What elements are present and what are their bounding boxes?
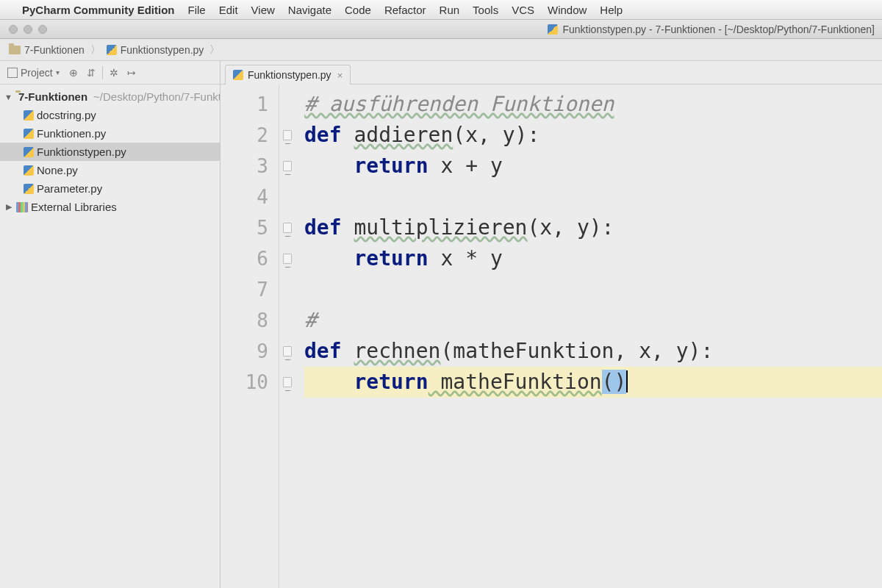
python-file-icon [24, 147, 34, 157]
fold-toggle-icon[interactable] [283, 346, 292, 356]
line-number: 5 [220, 212, 268, 243]
tree-file-label: Parameter.py [37, 182, 102, 195]
python-file-icon [233, 70, 243, 80]
menu-file[interactable]: File [188, 4, 206, 16]
settings-gear-icon[interactable]: ✲ [107, 66, 121, 79]
tree-file[interactable]: docstring.py [0, 106, 220, 124]
collapse-all-icon[interactable]: ⇵ [85, 66, 98, 79]
code-line-current[interactable]: return matheFunktion() [304, 367, 882, 398]
code-line[interactable]: def rechnen(matheFunktion, x, y): [304, 336, 882, 367]
editor-tab[interactable]: Funktionstypen.py × [225, 65, 351, 85]
chevron-right-icon: 〉 [209, 43, 220, 57]
caret-right-icon[interactable]: ▶ [4, 202, 13, 212]
code-line[interactable]: def multiplizieren(x, y): [304, 212, 882, 243]
menu-edit[interactable]: Edit [219, 4, 238, 16]
breadcrumb: 7-Funktionen 〉 Funktionstypen.py 〉 [0, 39, 882, 61]
macos-menubar: PyCharm Community Edition File Edit View… [0, 0, 882, 20]
sidebar-toolbar: Project ▾ ⊕ ⇵ ✲ ↦ [0, 61, 220, 85]
breadcrumb-file-label: Funktionstypen.py [121, 44, 204, 56]
line-number: 6 [220, 243, 268, 274]
caret-down-icon[interactable]: ▼ [4, 93, 12, 101]
line-number: 1 [220, 89, 268, 120]
project-view-label: Project [21, 67, 53, 79]
line-number: 7 [220, 274, 268, 305]
code-line[interactable] [304, 274, 882, 305]
menu-refactor[interactable]: Refactor [384, 4, 426, 16]
app-menu[interactable]: PyCharm Community Edition [22, 4, 175, 16]
project-sidebar: Project ▾ ⊕ ⇵ ✲ ↦ ▼ 7-Funktionen ~/Deskt… [0, 61, 220, 588]
code-line[interactable]: return x + y [304, 151, 882, 182]
python-file-icon [24, 165, 34, 176]
menu-vcs[interactable]: VCS [512, 4, 534, 16]
breadcrumb-folder[interactable]: 7-Funktionen [6, 43, 87, 57]
tree-file-label: Funktionen.py [37, 127, 106, 140]
fold-toggle-icon[interactable] [283, 223, 292, 233]
code-content[interactable]: # ausführenden Funktionen def addieren(x… [295, 85, 882, 588]
editor-pane: Funktionstypen.py × 12345678910 # ausfüh… [220, 61, 882, 588]
line-number: 8 [220, 305, 268, 336]
menu-view[interactable]: View [251, 4, 275, 16]
text-caret [626, 370, 628, 392]
separator [102, 66, 103, 79]
code-line[interactable]: # ausführenden Funktionen [304, 89, 882, 120]
line-number: 2 [220, 120, 268, 151]
tree-root-path: ~/Desktop/Python/7-Funktionen [93, 90, 220, 103]
close-tab-icon[interactable]: × [337, 70, 343, 81]
window-title: Funktionstypen.py - 7-Funktionen - [~/De… [562, 24, 875, 35]
code-editor[interactable]: 12345678910 # ausführenden Funktionen de… [220, 85, 882, 588]
window-zoom-button[interactable] [38, 25, 47, 34]
fold-toggle-icon[interactable] [283, 254, 292, 264]
tree-file-label: Funktionstypen.py [37, 146, 126, 158]
python-file-icon [107, 45, 117, 55]
line-number: 3 [220, 151, 268, 182]
breadcrumb-folder-label: 7-Funktionen [24, 44, 85, 56]
tree-external-libs-label: External Libraries [31, 201, 117, 213]
menu-code[interactable]: Code [345, 4, 371, 16]
menu-navigate[interactable]: Navigate [288, 4, 331, 16]
line-number: 9 [220, 336, 268, 367]
breadcrumb-file[interactable]: Funktionstypen.py [104, 43, 207, 57]
tree-root[interactable]: ▼ 7-Funktionen ~/Desktop/Python/7-Funkti… [0, 87, 220, 106]
python-file-icon [24, 129, 34, 139]
fold-toggle-icon[interactable] [283, 130, 292, 140]
fold-toggle-icon[interactable] [283, 161, 292, 171]
fold-gutter [279, 85, 295, 588]
window-minimize-button[interactable] [24, 25, 32, 34]
line-number: 10 [220, 367, 268, 398]
tree-external-libs[interactable]: ▶ External Libraries [0, 198, 220, 216]
chevron-right-icon: 〉 [90, 43, 101, 57]
line-number-gutter: 12345678910 [220, 85, 279, 588]
menu-window[interactable]: Window [548, 4, 587, 16]
folder-icon [9, 46, 21, 54]
project-tree[interactable]: ▼ 7-Funktionen ~/Desktop/Python/7-Funkti… [0, 85, 220, 219]
hide-sidebar-icon[interactable]: ↦ [125, 66, 138, 79]
tree-file[interactable]: Funktionen.py [0, 124, 220, 143]
menu-help[interactable]: Help [600, 4, 623, 16]
project-view-button[interactable]: Project ▾ [4, 65, 62, 80]
editor-tab-bar: Funktionstypen.py × [220, 61, 882, 85]
window-close-button[interactable] [9, 25, 18, 34]
code-line[interactable]: return x * y [304, 243, 882, 274]
locate-icon[interactable]: ⊕ [67, 66, 80, 79]
project-icon [7, 68, 18, 78]
menu-run[interactable]: Run [440, 4, 460, 16]
window-titlebar: Funktionstypen.py - 7-Funktionen - [~/De… [0, 20, 882, 39]
line-number: 4 [220, 182, 268, 212]
tree-file-label: docstring.py [37, 109, 96, 121]
tree-file[interactable]: None.py [0, 161, 220, 179]
fold-toggle-icon[interactable] [283, 377, 292, 387]
code-line[interactable]: def addieren(x, y): [304, 120, 882, 151]
tree-file-selected[interactable]: Funktionstypen.py [0, 143, 220, 161]
external-libraries-icon [16, 202, 28, 212]
python-file-icon [24, 184, 34, 194]
code-line[interactable]: # [304, 305, 882, 336]
tree-file[interactable]: Parameter.py [0, 179, 220, 198]
code-line[interactable] [304, 182, 882, 212]
editor-tab-label: Funktionstypen.py [248, 69, 331, 81]
menu-tools[interactable]: Tools [473, 4, 498, 16]
python-file-icon [24, 110, 34, 121]
python-file-icon [548, 24, 558, 35]
tree-root-label: 7-Funktionen [18, 90, 87, 103]
chevron-down-icon: ▾ [56, 68, 60, 76]
tree-file-label: None.py [37, 164, 78, 176]
